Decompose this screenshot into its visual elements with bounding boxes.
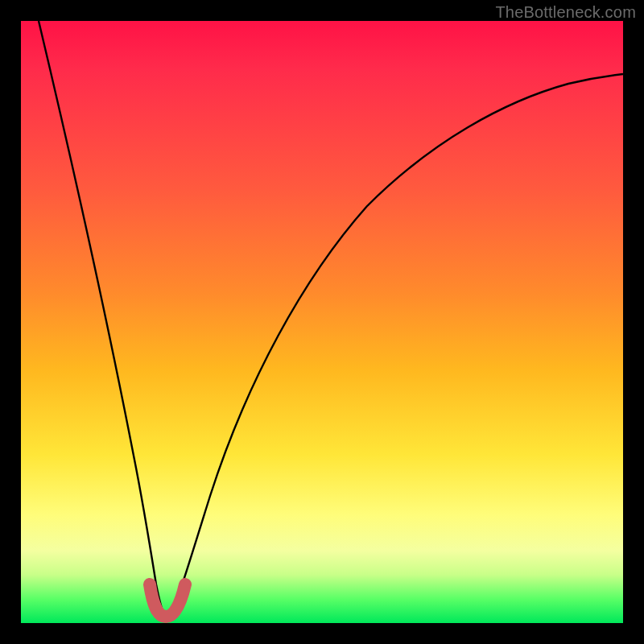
chart-frame: TheBottleneck.com [0, 0, 644, 644]
watermark-text: TheBottleneck.com [495, 3, 636, 22]
bottleneck-curve [39, 21, 623, 615]
curve-layer [21, 21, 623, 623]
optimal-band [150, 584, 185, 617]
plot-area [21, 21, 623, 623]
